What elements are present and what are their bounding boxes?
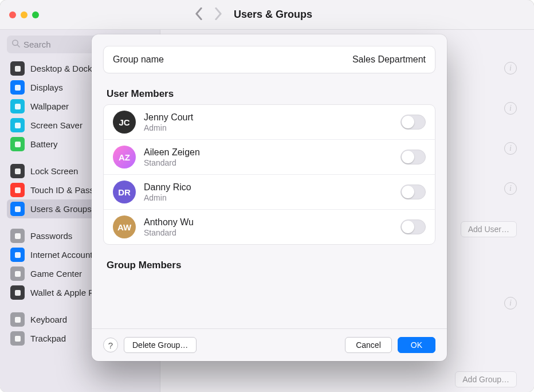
svg-rect-12: [15, 271, 21, 277]
svg-rect-13: [15, 290, 21, 296]
sidebar-item-label: Displays: [30, 83, 63, 92]
sidebar-item-label: Lock Screen: [30, 166, 78, 176]
sidebar-item-label: Desktop & Dock: [30, 64, 92, 73]
minimize-window-button[interactable]: [21, 11, 28, 18]
forward-button[interactable]: [214, 7, 222, 22]
svg-rect-4: [15, 104, 21, 109]
sidebar-item-label: Internet Accounts: [30, 250, 97, 260]
svg-rect-9: [15, 206, 21, 212]
svg-rect-15: [15, 336, 21, 342]
sidebar-item-label: Keyboard: [30, 315, 67, 324]
sidebar-item-icon: [10, 266, 25, 281]
ok-button[interactable]: OK: [398, 337, 435, 353]
nav-buttons: [195, 7, 222, 22]
search-placeholder: Search: [23, 40, 51, 49]
member-row: AWAnthony WuStandard: [104, 209, 435, 244]
member-name: Aileen Zeigen: [144, 147, 392, 158]
avatar: AZ: [113, 146, 136, 168]
member-name: Jenny Court: [144, 112, 392, 123]
avatar: AW: [113, 215, 136, 238]
sidebar-item-label: Wallpaper: [30, 101, 69, 111]
sidebar-item-label: Battery: [30, 139, 58, 149]
member-row: DRDanny RicoAdmin: [104, 174, 435, 209]
avatar: JC: [113, 111, 136, 134]
member-role: Admin: [144, 193, 392, 202]
svg-rect-10: [15, 233, 21, 239]
membership-toggle[interactable]: [400, 150, 426, 164]
sidebar-item-icon: [10, 80, 25, 95]
sidebar-item-icon: [10, 118, 25, 132]
svg-rect-8: [15, 187, 21, 193]
group-name-value: Sales Department: [352, 54, 426, 65]
user-members-list: JCJenny CourtAdminAZAileen ZeigenStandar…: [103, 104, 435, 245]
help-button[interactable]: ?: [103, 338, 118, 352]
member-role: Admin: [144, 123, 392, 132]
sidebar-item-icon: [10, 164, 25, 178]
sidebar-item-icon: [10, 331, 25, 346]
member-row: AZAileen ZeigenStandard: [104, 139, 435, 174]
sidebar-item-label: Screen Saver: [30, 120, 83, 130]
member-row: JCJenny CourtAdmin: [104, 105, 435, 139]
sidebar-item-icon: [10, 202, 25, 216]
svg-rect-7: [15, 168, 21, 174]
membership-toggle[interactable]: [400, 115, 426, 130]
sidebar-item-label: Users & Groups: [30, 204, 92, 214]
zoom-window-button[interactable]: [32, 11, 39, 18]
sidebar-item-icon: [10, 248, 25, 262]
group-name-field[interactable]: Group name Sales Department: [103, 46, 435, 73]
group-edit-dialog: Group name Sales Department User Members…: [92, 34, 447, 361]
search-icon: [11, 39, 20, 50]
svg-rect-2: [15, 66, 21, 72]
svg-rect-3: [15, 85, 21, 91]
member-role: Standard: [144, 158, 392, 167]
close-window-button[interactable]: [9, 11, 16, 18]
back-button[interactable]: [195, 7, 203, 22]
sidebar-item-label: Game Center: [30, 269, 82, 279]
page-title: Users & Groups: [234, 9, 312, 21]
dialog-footer: ? Delete Group… Cancel OK: [92, 328, 447, 361]
member-name: Anthony Wu: [144, 217, 392, 228]
sidebar-item-icon: [10, 229, 25, 243]
cancel-button[interactable]: Cancel: [345, 337, 392, 353]
membership-toggle[interactable]: [400, 219, 426, 234]
member-role: Standard: [144, 228, 392, 237]
sidebar-item-label: Trackpad: [30, 334, 66, 343]
sidebar-item-icon: [10, 61, 25, 76]
sidebar-item-icon: [10, 137, 25, 151]
svg-rect-6: [15, 142, 21, 147]
user-members-heading: User Members: [107, 88, 432, 100]
avatar: DR: [113, 181, 136, 203]
member-name: Danny Rico: [144, 182, 392, 193]
sidebar-item-icon: [10, 183, 25, 197]
group-members-heading: Group Members: [107, 260, 432, 271]
sidebar-item-icon: [10, 99, 25, 113]
svg-line-1: [17, 45, 19, 47]
group-name-label: Group name: [113, 54, 164, 65]
titlebar: Users & Groups: [0, 0, 534, 30]
sidebar-item-icon: [10, 312, 25, 327]
svg-rect-14: [15, 317, 21, 323]
delete-group-button[interactable]: Delete Group…: [124, 337, 197, 353]
svg-rect-11: [15, 252, 21, 258]
membership-toggle[interactable]: [400, 185, 426, 199]
system-settings-window: Users & Groups Search Desktop & DockDisp…: [0, 0, 534, 392]
window-controls: [9, 11, 39, 18]
sidebar-item-icon: [10, 285, 25, 300]
sidebar-item-label: Passwords: [30, 231, 72, 241]
svg-rect-5: [15, 123, 21, 128]
